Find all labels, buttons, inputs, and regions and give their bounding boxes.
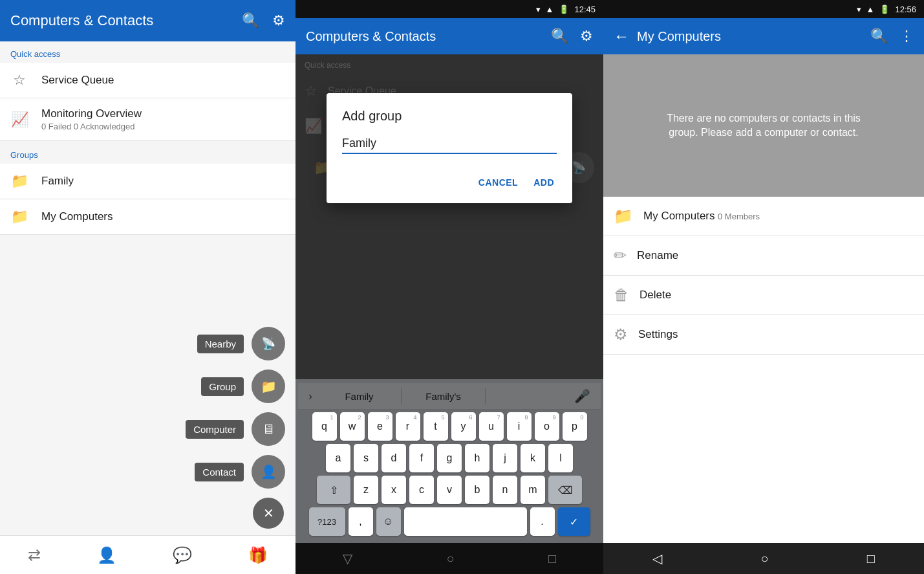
- recents-nav-icon-p3[interactable]: □: [867, 551, 875, 566]
- my-computers-list-item[interactable]: 📁 My Computers 0 Members: [603, 197, 924, 236]
- battery-icon: 🔋: [559, 5, 569, 14]
- key-d[interactable]: d: [381, 444, 406, 472]
- key-z[interactable]: z: [354, 476, 378, 504]
- key-x[interactable]: x: [381, 476, 406, 504]
- dialog-title: Add group: [342, 109, 557, 124]
- settings-label: Settings: [638, 328, 678, 340]
- shift-key[interactable]: ⇧: [317, 476, 350, 504]
- key-e[interactable]: 3e: [368, 412, 392, 441]
- key-q[interactable]: 1q: [312, 412, 337, 441]
- connections-icon: ⇄: [28, 546, 41, 564]
- chat-icon: 💬: [173, 546, 192, 564]
- status-bar-right: ▾ ▲ 🔋 12:56: [603, 0, 924, 18]
- monitoring-subtitle: 0 Failed 0 Acknowledged: [41, 122, 142, 131]
- delete-item[interactable]: 🗑 Delete: [603, 276, 924, 315]
- key-h[interactable]: h: [465, 444, 489, 472]
- my-computers-group-item[interactable]: 📁 My Computers: [0, 199, 295, 235]
- key-u[interactable]: 7u: [479, 412, 504, 441]
- panel2-app-title: Computers & Contacts: [306, 29, 436, 44]
- emoji-key[interactable]: ☺: [376, 507, 401, 536]
- my-computers-title: My Computers: [41, 210, 113, 223]
- nearby-fab-button[interactable]: 📡: [252, 327, 285, 360]
- keyboard-row-3: ⇧ z x c v b n m ⌫: [301, 476, 598, 504]
- bottom-navigation: ⇄ 👤 💬 🎁: [0, 535, 295, 574]
- key-t[interactable]: 5t: [424, 412, 448, 441]
- computer-fab-label: Computer: [186, 420, 244, 439]
- empty-state-area: There are no computers or contacts in th…: [603, 54, 924, 197]
- back-nav-icon-p3[interactable]: ◁: [652, 551, 662, 566]
- settings-item[interactable]: ⚙ Settings: [603, 315, 924, 355]
- back-button[interactable]: ←: [614, 27, 629, 45]
- bottom-nav-chat[interactable]: 💬: [160, 541, 205, 569]
- add-button[interactable]: ADD: [531, 172, 557, 193]
- rename-item[interactable]: ✏ Rename: [603, 236, 924, 276]
- group-name-input[interactable]: [342, 137, 557, 154]
- folder-icon: 📁: [10, 173, 28, 190]
- time-display: 12:45: [574, 5, 596, 14]
- key-o[interactable]: 9o: [535, 412, 559, 441]
- settings-icon-p2[interactable]: ⚙: [580, 28, 593, 45]
- monitoring-overview-item[interactable]: 📈 Monitoring Overview 0 Failed 0 Acknowl…: [0, 98, 295, 141]
- empty-state-text: There are no computers or contacts in th…: [667, 111, 861, 140]
- bottom-nav-connections[interactable]: ⇄: [15, 541, 54, 569]
- key-j[interactable]: j: [493, 444, 517, 472]
- key-b[interactable]: b: [465, 476, 489, 504]
- settings-icon[interactable]: ⚙: [272, 12, 285, 29]
- signal-icon: ▲: [546, 5, 554, 14]
- key-y[interactable]: 6y: [451, 412, 476, 441]
- monitoring-icon: 📈: [10, 111, 28, 128]
- search-icon[interactable]: 🔍: [242, 12, 259, 29]
- service-queue-icon: ☆: [10, 72, 28, 89]
- key-period[interactable]: .: [530, 507, 555, 536]
- bottom-nav-contacts[interactable]: 👤: [84, 541, 129, 569]
- key-n[interactable]: n: [493, 476, 517, 504]
- service-queue-title: Service Queue: [41, 74, 114, 87]
- contact-fab-label: Contact: [195, 463, 244, 481]
- home-nav-icon-p3[interactable]: ○: [760, 551, 768, 566]
- group-subtitle: 0 Members: [718, 212, 760, 221]
- key-p[interactable]: 0p: [563, 412, 587, 441]
- key-r[interactable]: 4r: [396, 412, 420, 441]
- key-i[interactable]: 8i: [507, 412, 532, 441]
- key-w[interactable]: 2w: [340, 412, 365, 441]
- key-l[interactable]: l: [548, 444, 573, 472]
- service-queue-item[interactable]: ☆ Service Queue: [0, 63, 295, 98]
- nearby-fab-row: Nearby 📡: [197, 327, 285, 360]
- key-g[interactable]: g: [437, 444, 462, 472]
- backspace-key[interactable]: ⌫: [548, 476, 582, 504]
- bottom-nav-gift[interactable]: 🎁: [235, 541, 281, 569]
- key-a[interactable]: a: [326, 444, 350, 472]
- key-s[interactable]: s: [354, 444, 378, 472]
- add-group-dialog: Add group CANCEL ADD: [327, 93, 572, 203]
- panel2-header-icons: 🔍 ⚙: [551, 28, 593, 45]
- keyboard-row-2: a s d f g h j k l: [301, 444, 598, 472]
- key-f[interactable]: f: [409, 444, 434, 472]
- time-display-p3: 12:56: [895, 5, 916, 14]
- key-c[interactable]: c: [409, 476, 434, 504]
- panel1-header: Computers & Contacts 🔍 ⚙: [0, 0, 295, 41]
- key-k[interactable]: k: [521, 444, 545, 472]
- computer-fab-button[interactable]: 🖥: [252, 412, 285, 446]
- key-comma[interactable]: ,: [349, 507, 373, 536]
- enter-key[interactable]: ✓: [558, 507, 590, 536]
- space-key[interactable]: [404, 507, 527, 536]
- key-m[interactable]: m: [521, 476, 545, 504]
- key-v[interactable]: v: [437, 476, 462, 504]
- family-group-item[interactable]: 📁 Family: [0, 164, 295, 199]
- wifi-icon: ▾: [536, 5, 541, 14]
- search-icon-p3[interactable]: 🔍: [870, 28, 888, 45]
- more-options-icon[interactable]: ⋮: [899, 28, 914, 45]
- group-title: My Computers: [643, 210, 715, 222]
- contact-fab-button[interactable]: 👤: [252, 455, 285, 489]
- search-icon-p2[interactable]: 🔍: [551, 28, 568, 45]
- panel-right: ▾ ▲ 🔋 12:56 ← My Computers 🔍 ⋮ There are…: [603, 0, 924, 574]
- delete-label: Delete: [639, 289, 671, 301]
- family-group-title: Family: [41, 175, 74, 188]
- panel3-header-actions: 🔍 ⋮: [870, 28, 914, 45]
- panel-middle: ▾ ▲ 🔋 12:45 Computers & Contacts 🔍 ⚙ Qui…: [295, 0, 603, 574]
- cancel-button[interactable]: CANCEL: [476, 172, 521, 193]
- num-switch-key[interactable]: ?123: [309, 507, 345, 536]
- panel3-title: My Computers: [637, 29, 863, 44]
- group-fab-button[interactable]: 📁: [252, 370, 285, 403]
- fab-close-button[interactable]: ✕: [253, 498, 284, 529]
